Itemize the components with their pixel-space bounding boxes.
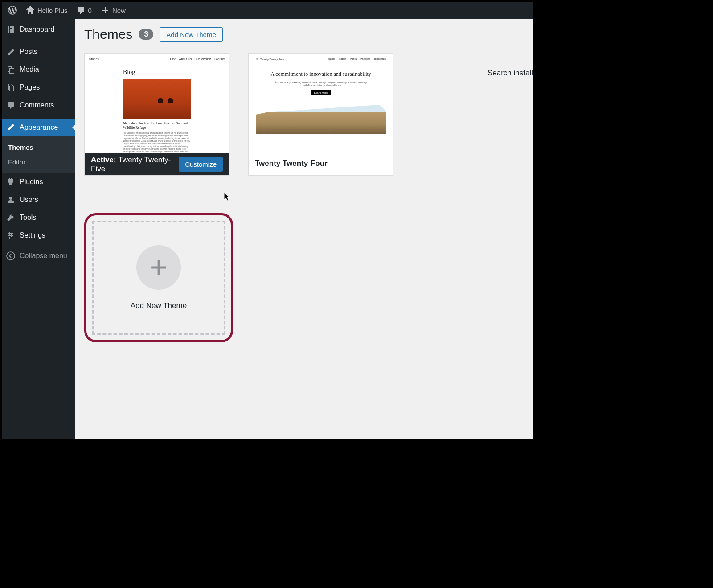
search-themes-label: Search install: [488, 69, 533, 78]
comments-link[interactable]: 0: [73, 2, 95, 19]
menu-label: Plugins: [20, 178, 43, 186]
wordpress-icon: [8, 6, 17, 15]
collapse-icon: [6, 251, 15, 260]
add-new-theme-card[interactable]: Add New Theme: [84, 213, 233, 342]
menu-label: Appearance: [20, 123, 58, 132]
settings-icon: [6, 231, 15, 240]
menu-label: Users: [20, 196, 38, 204]
shot-nav: Patterns: [360, 58, 370, 61]
sidebar-item-users[interactable]: Users: [2, 191, 75, 209]
tools-icon: [6, 213, 15, 222]
shot-nav: Home: [328, 58, 335, 61]
themes-grid: Stories Blog About Us Our Mission Contac…: [84, 53, 524, 342]
new-content-link[interactable]: New: [97, 2, 129, 19]
admin-sidebar: Dashboard Posts Media Pages Comments: [2, 19, 75, 439]
active-prefix: Active:: [91, 156, 116, 164]
shot-nav: Posts: [350, 58, 356, 61]
sidebar-item-posts[interactable]: Posts: [2, 43, 75, 61]
plus-circle-icon: [136, 245, 181, 290]
theme-screenshot: ✳ Twenty Twenty Four Home Pages Posts Pa…: [249, 54, 393, 153]
comments-count: 0: [88, 7, 92, 14]
sidebar-item-comments[interactable]: Comments: [2, 96, 75, 114]
main-content: Themes 3 Add New Theme Search install St…: [75, 19, 533, 439]
shot-nav: About Us: [179, 58, 192, 61]
menu-label: Media: [20, 66, 39, 74]
plus-icon: [148, 257, 169, 278]
submenu-item-editor[interactable]: Editor: [2, 155, 75, 169]
home-icon: [26, 6, 35, 15]
menu-label: Comments: [20, 101, 54, 109]
pages-icon: [6, 83, 15, 92]
shot-nav: Blog: [170, 58, 176, 61]
theme-footer: Active: Twenty Twenty-Five Customize: [85, 153, 229, 175]
appearance-icon: [6, 123, 15, 132]
shot-site: Stories: [89, 58, 99, 61]
sidebar-item-media[interactable]: Media: [2, 61, 75, 78]
new-label: New: [112, 7, 126, 14]
menu-label: Collapse menu: [20, 252, 67, 260]
menu-label: Dashboard: [20, 25, 54, 33]
page-header: Themes 3 Add New Theme: [84, 27, 524, 42]
theme-name: Twenty Twenty-Four: [255, 159, 328, 168]
appearance-submenu: Themes Editor: [2, 136, 75, 173]
theme-card-twentytwentyfour[interactable]: ✳ Twenty Twenty Four Home Pages Posts Pa…: [248, 53, 393, 176]
themes-count-badge: 3: [139, 29, 153, 40]
menu-label: Settings: [20, 231, 45, 239]
users-icon: [6, 195, 15, 204]
shot-image: [256, 101, 386, 134]
shot-nav: Pages: [339, 58, 346, 61]
dashboard-icon: [6, 25, 15, 34]
shot-cta: Learn More: [311, 90, 332, 95]
shot-sub: Études is a pioneering firm that seamles…: [274, 81, 368, 86]
shot-heading: Blog: [123, 69, 191, 76]
shot-body: Flo Schulke, an acclaimed photographer k…: [123, 132, 191, 153]
sidebar-item-tools[interactable]: Tools: [2, 209, 75, 226]
sidebar-item-settings[interactable]: Settings: [2, 226, 75, 244]
wp-logo[interactable]: [4, 2, 20, 19]
shot-site: Twenty Twenty Four: [260, 58, 284, 61]
sidebar-item-appearance[interactable]: Appearance: [2, 119, 75, 136]
svg-point-0: [7, 252, 15, 260]
menu-label: Tools: [20, 214, 36, 222]
site-name-link[interactable]: Hello Plus: [22, 2, 71, 19]
sidebar-item-dashboard[interactable]: Dashboard: [2, 21, 75, 38]
sidebar-item-pages[interactable]: Pages: [2, 78, 75, 96]
shot-nav: Our Mission: [195, 58, 211, 61]
customize-button[interactable]: Customize: [179, 157, 223, 172]
theme-footer: Twenty Twenty-Four: [249, 153, 393, 173]
shot-nav: Contact: [214, 58, 225, 61]
add-new-theme-button[interactable]: Add New Theme: [160, 27, 222, 42]
sidebar-item-plugins[interactable]: Plugins: [2, 173, 75, 191]
site-name: Hello Plus: [37, 7, 68, 14]
comments-icon: [6, 101, 15, 110]
shot-nav: Templates: [374, 58, 386, 61]
theme-screenshot: Stories Blog About Us Our Mission Contac…: [85, 54, 229, 153]
page-title: Themes: [84, 27, 132, 42]
pin-icon: [6, 47, 15, 56]
submenu-item-themes[interactable]: Themes: [2, 140, 75, 155]
menu-label: Pages: [20, 83, 40, 91]
shot-heading: A commitment to innovation and sustainab…: [256, 71, 386, 78]
menu-label: Posts: [20, 48, 37, 56]
theme-card-twentytwentyfive[interactable]: Stories Blog About Us Our Mission Contac…: [84, 53, 229, 176]
admin-bar: Hello Plus 0 New: [2, 2, 533, 19]
shot-image: [123, 79, 191, 119]
shot-caption: Marshland birds at the Lake Havasu Natio…: [123, 121, 191, 130]
collapse-menu[interactable]: Collapse menu: [2, 247, 75, 265]
add-card-label: Add New Theme: [131, 301, 187, 310]
plugins-icon: [6, 177, 15, 186]
comment-icon: [77, 6, 86, 15]
theme-name: Active: Twenty Twenty-Five: [91, 156, 179, 173]
media-icon: [6, 65, 15, 74]
plus-icon: [101, 6, 110, 15]
